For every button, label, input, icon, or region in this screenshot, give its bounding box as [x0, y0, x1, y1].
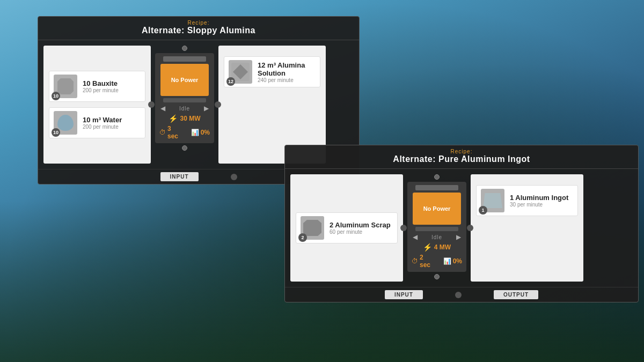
card1-efficiency-stat: 📊 0%	[191, 125, 210, 140]
card2-machine-arrows: ◀ Idle ▶	[412, 233, 462, 241]
card1-power-row: ⚡ 30 MW	[159, 114, 210, 123]
card2-stat-pair: ⏱ 2 sec 📊 0%	[412, 254, 462, 269]
scrap-icon: 2	[301, 216, 324, 240]
card1-machine-screw-top	[182, 46, 187, 51]
scrap-info: 2 Aluminum Scrap 60 per minute	[330, 221, 391, 235]
card2-arrow-left[interactable]: ◀	[413, 233, 418, 241]
ingot-icon: 1	[481, 189, 504, 212]
card1-input-item-1: 10 10 Bauxite 200 per minute	[49, 71, 145, 102]
card2-output-panel: 1 1 Aluminum Ingot 30 per minute	[471, 174, 583, 282]
card2-footer-center-dot	[455, 292, 462, 298]
card1-time-value: 3 sec	[167, 125, 182, 140]
card2-input-item-1: 2 2 Aluminum Scrap 60 per minute	[296, 212, 398, 243]
alumina-rate: 240 per minute	[258, 77, 316, 83]
card1-output-item-1: 12 12 m³ Alumina Solution 240 per minute	[224, 56, 320, 87]
card1-output-left-connector	[215, 101, 221, 108]
card2-recipe-name: Alternate: Pure Aluminum Ingot	[393, 154, 530, 164]
card2-machine-top-bar	[415, 185, 458, 190]
bauxite-badge: 10	[52, 92, 60, 100]
ingot-name: 1 Aluminum Ingot	[510, 194, 568, 202]
card2-power-value: 4 MW	[434, 243, 451, 251]
card1-machine-inner: No Power ◀ Idle ▶ ⚡ 30 MW ⏱ 3 sec	[155, 53, 214, 143]
scrap-rate: 60 per minute	[330, 229, 391, 235]
card1-progress-bar	[163, 98, 206, 102]
card2-efficiency-stat: 📊 0%	[443, 254, 462, 269]
card1-input-btn[interactable]: INPUT	[160, 172, 199, 181]
card2-time-stat: ⏱ 2 sec	[412, 254, 435, 269]
card2-time-value: 2 sec	[420, 254, 435, 269]
water-icon: 10	[54, 111, 77, 135]
water-rate: 200 per minute	[83, 124, 122, 130]
alumina-info: 12 m³ Alumina Solution 240 per minute	[258, 61, 316, 83]
card1-machine: No Power ◀ Idle ▶ ⚡ 30 MW ⏱ 3 sec	[155, 46, 214, 164]
alumina-icon: 12	[229, 60, 252, 84]
card2-machine-screw-bottom	[434, 274, 440, 279]
water-badge: 10	[52, 128, 60, 137]
card2-footer: INPUT OUTPUT	[285, 287, 638, 302]
card2-machine-status: Idle	[431, 234, 442, 240]
card2-machine-screw-top	[434, 174, 440, 180]
card1-clock-icon: ⏱	[159, 129, 166, 136]
alumina-name: 12 m³ Alumina Solution	[258, 61, 316, 77]
card1-input-right-connector	[148, 101, 155, 108]
card1-input-panel: 10 10 Bauxite 200 per minute 10 10 m³ Wa…	[43, 46, 151, 164]
water-info: 10 m³ Water 200 per minute	[83, 116, 122, 130]
card1-lightning-icon: ⚡	[169, 114, 178, 123]
ingot-badge: 1	[479, 206, 487, 215]
card1-machine-screw-bottom	[182, 145, 187, 151]
card2-efficiency-value: 0%	[453, 257, 462, 265]
card1-machine-status: Idle	[179, 106, 190, 112]
card2-output-area: 1 1 Aluminum Ingot 30 per minute	[471, 174, 583, 282]
card2-bar-icon: 📊	[443, 257, 451, 265]
card2-arrow-right[interactable]: ▶	[456, 233, 461, 241]
card2-machine: No Power ◀ Idle ▶ ⚡ 4 MW ⏱ 2 sec	[407, 174, 466, 282]
ingot-rate: 30 per minute	[510, 202, 568, 208]
card2-header: Recipe: Alternate: Pure Aluminum Ingot	[285, 145, 638, 169]
ingot-info: 1 Aluminum Ingot 30 per minute	[510, 194, 568, 208]
card1-recipe-label: Recipe:	[43, 20, 354, 26]
card2-output-btn[interactable]: OUTPUT	[494, 290, 538, 299]
scrap-badge: 2	[298, 233, 307, 242]
water-name: 10 m³ Water	[83, 116, 122, 124]
bauxite-info: 10 Bauxite 200 per minute	[83, 79, 119, 93]
recipe-card-2: Recipe: Alternate: Pure Aluminum Ingot 2…	[284, 145, 639, 302]
card1-efficiency-value: 0%	[201, 129, 210, 136]
card1-power-value: 30 MW	[180, 115, 200, 122]
card2-input-area: 2 2 Aluminum Scrap 60 per minute	[290, 174, 403, 282]
card1-time-stat: ⏱ 3 sec	[159, 125, 182, 140]
card1-arrow-right[interactable]: ▶	[204, 105, 209, 112]
card1-recipe-name: Alternate: Sloppy Alumina	[142, 26, 255, 35]
card2-lightning-icon: ⚡	[423, 243, 432, 252]
card1-machine-arrows: ◀ Idle ▶	[159, 105, 210, 112]
card2-output-left-connector	[467, 225, 473, 231]
card1-header: Recipe: Alternate: Sloppy Alumina	[38, 17, 359, 40]
bauxite-rate: 200 per minute	[83, 87, 119, 93]
card1-machine-top-bar	[163, 56, 206, 62]
card2-input-panel: 2 2 Aluminum Scrap 60 per minute	[290, 174, 403, 282]
card2-machine-inner: No Power ◀ Idle ▶ ⚡ 4 MW ⏱ 2 sec	[407, 182, 466, 272]
card2-no-power-btn[interactable]: No Power	[413, 193, 461, 225]
card2-body: 2 2 Aluminum Scrap 60 per minute No Powe…	[285, 169, 638, 287]
card1-arrow-left[interactable]: ◀	[160, 105, 165, 112]
card1-input-item-2: 10 10 m³ Water 200 per minute	[49, 107, 145, 138]
card2-progress-bar	[415, 227, 458, 231]
card1-footer-dot	[231, 174, 237, 180]
card2-input-right-connector	[400, 225, 407, 231]
scrap-name: 2 Aluminum Scrap	[330, 221, 391, 229]
bauxite-icon: 10	[54, 75, 77, 98]
card2-recipe-label: Recipe:	[290, 149, 633, 154]
card1-input-area: 10 10 Bauxite 200 per minute 10 10 m³ Wa…	[43, 46, 151, 164]
card1-bar-icon: 📊	[191, 129, 199, 136]
card2-clock-icon: ⏱	[412, 257, 418, 265]
card2-power-row: ⚡ 4 MW	[412, 243, 462, 252]
card2-input-btn[interactable]: INPUT	[385, 290, 423, 299]
card1-no-power-btn[interactable]: No Power	[160, 64, 209, 96]
alumina-badge: 12	[226, 77, 235, 86]
bauxite-name: 10 Bauxite	[83, 79, 119, 87]
card2-output-item-1: 1 1 Aluminum Ingot 30 per minute	[476, 185, 578, 216]
card1-stat-pair: ⏱ 3 sec 📊 0%	[159, 125, 210, 140]
